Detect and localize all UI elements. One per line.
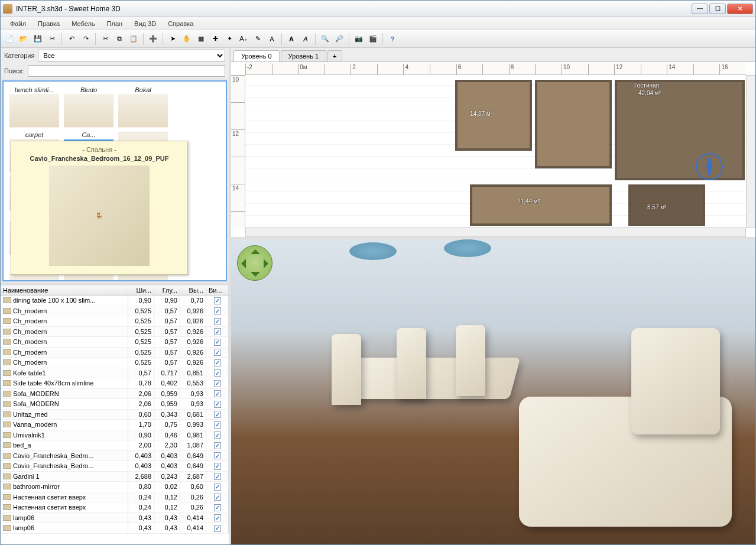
polyline-icon[interactable]: ✦: [223, 33, 236, 46]
photo-icon[interactable]: 📷: [352, 33, 365, 46]
visibility-checkbox[interactable]: ✓: [214, 297, 221, 304]
tab-level1[interactable]: Уровень 1: [281, 50, 327, 61]
undo-icon[interactable]: ↶: [65, 33, 78, 46]
help-icon[interactable]: ?: [386, 33, 399, 46]
visibility-checkbox[interactable]: ✓: [214, 514, 221, 521]
col-name[interactable]: Наименование: [1, 286, 128, 295]
nav-right-icon[interactable]: [264, 259, 273, 268]
visibility-checkbox[interactable]: ✓: [214, 380, 221, 387]
pan-icon[interactable]: ✋: [180, 33, 193, 46]
table-row[interactable]: Kofe table10,570,7170,851✓: [1, 368, 229, 379]
visibility-checkbox[interactable]: ✓: [214, 494, 221, 501]
visibility-checkbox[interactable]: ✓: [214, 401, 221, 408]
menu-plan[interactable]: План: [101, 18, 129, 29]
minimize-button[interactable]: —: [692, 4, 708, 14]
table-row[interactable]: Ch_modern0,5250,570,926✓: [1, 337, 229, 348]
close-button[interactable]: ✕: [727, 4, 753, 14]
visibility-checkbox[interactable]: ✓: [214, 339, 221, 346]
table-row[interactable]: Vanna_modern1,700,750,993✓: [1, 420, 229, 430]
table-row[interactable]: Ch_modern0,5250,570,926✓: [1, 327, 229, 338]
catalog-item[interactable]: Bludo: [63, 86, 115, 129]
visibility-checkbox[interactable]: ✓: [214, 411, 221, 418]
table-row[interactable]: Настенная светит вверх0,240,120,26✓: [1, 492, 229, 503]
wall-icon[interactable]: ▦: [194, 33, 207, 46]
visibility-checkbox[interactable]: ✓: [214, 369, 221, 377]
cut-icon[interactable]: ✂: [99, 33, 112, 46]
visibility-checkbox[interactable]: ✓: [214, 473, 221, 480]
tab-level0[interactable]: Уровень 0: [233, 50, 280, 61]
visibility-checkbox[interactable]: ✓: [214, 349, 221, 356]
table-row[interactable]: Unitaz_med0,600,3430,681✓: [1, 410, 229, 420]
paste-icon[interactable]: 📋: [127, 33, 140, 46]
table-row[interactable]: Gardini 12,6880,2432,687✓: [1, 472, 229, 482]
menu-help[interactable]: Справка: [162, 18, 199, 29]
view-3d[interactable]: [231, 239, 755, 544]
plan-scrollbar-v[interactable]: [746, 75, 755, 228]
visibility-checkbox[interactable]: ✓: [214, 525, 221, 532]
room-icon[interactable]: ✚: [209, 33, 222, 46]
menu-file[interactable]: Файл: [4, 18, 32, 29]
select-icon[interactable]: ➤: [166, 33, 179, 46]
search-input[interactable]: [28, 65, 225, 77]
save-icon[interactable]: 💾: [31, 33, 44, 46]
visibility-checkbox[interactable]: ✓: [214, 484, 221, 491]
nav-down-icon[interactable]: [251, 272, 260, 281]
table-row[interactable]: Sofa_MODERN2,060,9590,93✓: [1, 399, 229, 410]
copy-icon[interactable]: ⧉: [113, 33, 126, 46]
furniture-table[interactable]: Наименование Ши... Глу... Вы... Види... …: [1, 283, 229, 544]
tab-add-level[interactable]: +: [327, 50, 342, 61]
menu-furniture[interactable]: Мебель: [66, 18, 100, 29]
video-icon[interactable]: 🎬: [366, 33, 379, 46]
table-row[interactable]: Sofa_MODERN2,060,9590,93✓: [1, 389, 229, 400]
visibility-checkbox[interactable]: ✓: [214, 328, 221, 335]
redo-icon[interactable]: ↷: [79, 33, 92, 46]
table-row[interactable]: lamp060,430,430,414✓: [1, 513, 229, 524]
bold-icon[interactable]: A: [285, 33, 298, 46]
visibility-checkbox[interactable]: ✓: [214, 390, 221, 397]
col-depth[interactable]: Глу...: [154, 286, 180, 295]
prefs-icon[interactable]: ✂: [46, 33, 59, 46]
visibility-checkbox[interactable]: ✓: [214, 421, 221, 429]
new-icon[interactable]: 📄: [3, 33, 16, 46]
italic-icon[interactable]: A: [299, 33, 312, 46]
visibility-checkbox[interactable]: ✓: [214, 442, 221, 449]
table-row[interactable]: Side table 40x78cm slimline0,780,4020,55…: [1, 378, 229, 389]
table-row[interactable]: Ch_modern0,5250,570,926✓: [1, 306, 229, 317]
zoomout-icon[interactable]: 🔎: [333, 33, 346, 46]
visibility-checkbox[interactable]: ✓: [214, 359, 221, 366]
maximize-button[interactable]: ☐: [709, 4, 726, 14]
table-row[interactable]: Настенная светит вверх0,240,120,26✓: [1, 502, 229, 513]
visibility-checkbox[interactable]: ✓: [214, 504, 221, 511]
add-furniture-icon[interactable]: ➕: [147, 33, 160, 46]
compass-icon[interactable]: [695, 152, 724, 181]
visibility-checkbox[interactable]: ✓: [214, 452, 221, 459]
catalog-grid[interactable]: bench slimli...BludoBokalcarpetCa...Fran…: [2, 80, 227, 281]
visibility-checkbox[interactable]: ✓: [214, 463, 221, 470]
text-icon[interactable]: ✎: [251, 33, 264, 46]
table-row[interactable]: Ch_modern0,5250,570,926✓: [1, 316, 229, 327]
visibility-checkbox[interactable]: ✓: [214, 307, 221, 314]
table-row[interactable]: Ch_modern0,5250,570,926✓: [1, 358, 229, 368]
nav-left-icon[interactable]: [236, 259, 246, 268]
visibility-checkbox[interactable]: ✓: [214, 432, 221, 439]
col-width[interactable]: Ши...: [128, 286, 154, 295]
table-row[interactable]: Ch_modern0,5250,570,926✓: [1, 348, 229, 358]
menu-edit[interactable]: Правка: [32, 18, 66, 29]
open-icon[interactable]: 📂: [17, 33, 30, 46]
text2-icon[interactable]: A: [265, 33, 278, 46]
catalog-item[interactable]: Bokal: [117, 86, 169, 129]
catalog-item[interactable]: bench slimli...: [8, 86, 60, 129]
plan-view[interactable]: -20м246810121416 101214 14,87 м² Гостина…: [231, 62, 755, 239]
col-height[interactable]: Вы...: [180, 286, 206, 295]
category-select[interactable]: Все: [38, 50, 225, 61]
plan-canvas[interactable]: 14,87 м² Гостиная 42,04 м² 21,44 м² 8,57…: [245, 75, 746, 228]
table-row[interactable]: Umivalnik10,900,460,981✓: [1, 430, 229, 441]
table-row[interactable]: dining table 100 x 100 slim...0,900,900,…: [1, 296, 229, 306]
zoomin-icon[interactable]: 🔍: [319, 33, 332, 46]
table-header[interactable]: Наименование Ши... Глу... Вы... Види...: [1, 286, 229, 296]
visibility-checkbox[interactable]: ✓: [214, 318, 221, 325]
table-row[interactable]: lamp060,430,430,414✓: [1, 523, 229, 534]
dimension-icon[interactable]: A₊: [237, 33, 250, 46]
nav-up-icon[interactable]: [251, 245, 260, 254]
table-row[interactable]: bed_a2,002,301,087✓: [1, 440, 229, 451]
